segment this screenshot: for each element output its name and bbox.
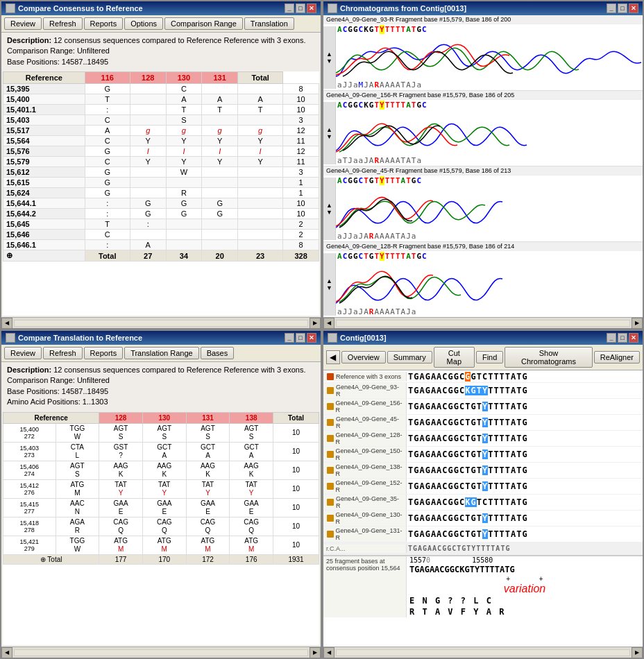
amino-row-1: E N G ? ? L C [407,595,643,606]
scroll-track[interactable] [336,649,630,656]
scroll-track[interactable] [336,320,630,327]
close-button[interactable]: ✕ [307,333,316,343]
seq-label-131r: Gene4A_09-Gene_131-R [323,527,407,542]
svg-rect-7 [327,483,334,490]
svg-rect-8 [327,499,334,506]
col-total: Total [238,72,283,84]
seq-icon [326,386,334,395]
options-button[interactable]: Options [124,17,163,30]
bases-button[interactable]: Bases [201,347,235,359]
minimize-button[interactable]: _ [607,333,616,343]
seq-data-138r: TGAGAACGGCTGTYTTTTАТG [407,465,529,476]
scroll-track[interactable] [14,649,308,656]
lane-2-bases-bot: aTJaaJARAAAATATa [336,155,643,166]
lane-1-controls[interactable]: ▲ ▼ [323,26,336,89]
translation-button[interactable]: Translation [244,17,294,30]
trans-scroll-area[interactable]: Reference 128 130 131 138 Total 15,40027… [1,411,321,647]
refresh-button[interactable]: Refresh [43,17,83,30]
table-row: 15,395 G C 8 [3,84,319,94]
col-130: 130 [142,412,186,423]
review-button[interactable]: Review [4,347,42,359]
maximize-button[interactable]: □ [618,333,627,343]
lane-2-controls[interactable]: ▲ ▼ [323,102,336,164]
find-button[interactable]: Find [476,351,503,363]
table-row: 15,579 C Y Y Y Y 11 [3,157,319,167]
contig-window: Contig[0013] _ □ ✕ ◀ Overview Summary Cu… [322,330,644,659]
table-row: 15,517 A g g g g 12 [3,126,319,136]
window-icon [328,3,337,13]
table-row: 15,615 G 1 [3,178,319,188]
contig-seq-area[interactable]: Reference with 3 exons TGAGAACGGCGGTCTTT… [323,370,643,647]
horizontal-scrollbar[interactable]: ◀ ▶ [1,317,321,328]
consensus-scroll-area[interactable]: Reference 116 128 130 131 Total 15,395 G [1,70,321,317]
svg-rect-1 [327,387,334,394]
window-icon [328,333,337,343]
chroma-lane-3: Gene4A_09-Gene_45-R Fragment base #15,57… [323,166,643,242]
close-button[interactable]: ✕ [629,3,638,13]
maximize-button[interactable]: □ [296,3,305,13]
chroma-hscroll[interactable]: ◀ ▶ [323,317,643,328]
lane-3-controls[interactable]: ▲ ▼ [323,178,336,240]
seq-label-150r: Gene4A_09-Gene_150-R [323,447,407,462]
minimize-button[interactable]: _ [285,333,294,343]
review-button[interactable]: Review [4,17,42,30]
seq-icon [326,482,334,490]
lane-down-btn[interactable]: ▼ [326,58,332,65]
scroll-right-button[interactable]: ▶ [310,318,321,329]
seq-data-150r: TGAGAACGGCTGTYTTTTАТG [407,449,529,460]
window-controls[interactable]: _ □ ✕ [607,3,638,13]
realigner-button[interactable]: ReAligner [594,351,640,363]
window-controls[interactable]: _ □ ✕ [285,333,316,343]
table-row: 15,403 C S 3 [3,115,319,126]
window-controls[interactable]: _ □ ✕ [285,3,316,13]
maximize-button[interactable]: □ [618,3,627,13]
lane-3-nav: ▲ ▼ ACGGCTGTYTTTATGC [323,176,643,241]
close-button[interactable]: ✕ [307,3,316,13]
close-button[interactable]: ✕ [629,333,638,343]
minimize-button[interactable]: _ [285,3,294,13]
seq-row-128r: Gene4A_09-Gene_128-R TGAGAACGGCTGTYTTTTА… [323,431,643,447]
trans-hscroll[interactable]: ◀ ▶ [1,647,321,658]
lane-up-btn[interactable]: ▲ [326,126,332,133]
seq-label-128r: Gene4A_09-Gene_128-R [323,431,407,446]
chroma-lane-1: Gene4A_09-Gene_93-R Fragment base #15,57… [323,15,643,91]
scroll-right-button[interactable]: ▶ [632,318,643,329]
chroma-lane-4: Gene4A_09-Gene_128-R Fragment base #15,5… [323,242,643,317]
lane-4-controls[interactable]: ▲ ▼ [323,253,336,316]
overview-button[interactable]: Overview [341,351,386,363]
lane-down-btn[interactable]: ▼ [326,133,332,140]
lane-up-btn[interactable]: ▲ [326,277,332,284]
table-row: 15,644.2 : G G G 10 [3,209,319,219]
comparison-range-button[interactable]: Comparison Range [164,17,243,30]
summary-button[interactable]: Summary [387,351,432,363]
maximize-button[interactable]: □ [296,333,305,343]
scroll-right-button[interactable]: ▶ [632,647,643,658]
scroll-track[interactable] [14,320,308,327]
scroll-left-button[interactable]: ◀ [323,647,334,658]
minimize-button[interactable]: _ [607,3,616,13]
reports-button[interactable]: Reports [84,347,124,359]
reports-button[interactable]: Reports [84,17,124,30]
seq-data-130r: TGAGAACGGCTGTYTTTTАТG [407,513,529,524]
scroll-right-button[interactable]: ▶ [310,647,321,658]
compare-translation-titlebar: Compare Translation to Reference _ □ ✕ [1,331,321,345]
lane-4-bases-top: ACGGCTGTYTTTTATGC [336,251,643,262]
col-130: 130 [166,72,202,84]
table-row: 15,576 G I I I I 12 [3,146,319,157]
scroll-left-button[interactable]: ◀ [1,647,12,658]
table-row: 15,646.1 : A 8 [3,240,319,250]
contig-hscroll[interactable]: ◀ ▶ [323,647,643,658]
lane-down-btn[interactable]: ▼ [326,209,332,216]
lane-down-btn[interactable]: ▼ [326,284,332,291]
translation-range-button[interactable]: Translation Range [124,347,198,359]
window-controls[interactable]: _ □ ✕ [607,333,638,343]
scroll-left-button[interactable]: ◀ [323,318,334,329]
scroll-left-button[interactable]: ◀ [1,318,12,329]
lane-up-btn[interactable]: ▲ [326,202,332,209]
refresh-button[interactable]: Refresh [43,347,83,359]
lane-up-btn[interactable]: ▲ [326,51,332,58]
amino-row-2: R T A V F Y A R [407,606,643,617]
cut-map-button[interactable]: Cut Map [434,347,475,368]
nav-back-arrow[interactable]: ◀ [326,350,340,364]
show-chromatograms-button[interactable]: Show Chromatograms [505,347,592,368]
